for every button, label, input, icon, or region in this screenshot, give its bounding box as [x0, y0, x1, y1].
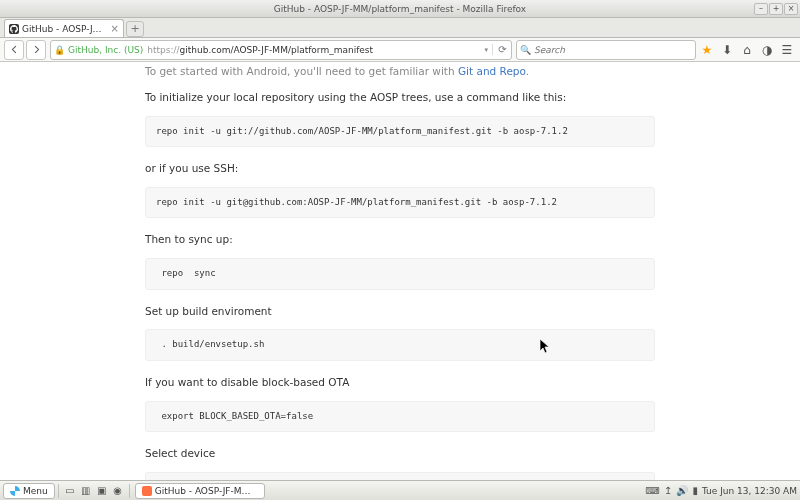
- device-text: Select device: [145, 446, 655, 462]
- intro-line: To get started with Android, you'll need…: [145, 64, 655, 80]
- close-button[interactable]: ×: [784, 3, 798, 15]
- taskbar-separator: [129, 484, 130, 498]
- code-init-ssh[interactable]: repo init -u git@github.com:AOSP-JF-MM/p…: [145, 187, 655, 219]
- url-protocol: https://: [147, 45, 179, 55]
- sync-text: Then to sync up:: [145, 232, 655, 248]
- keyboard-icon[interactable]: ⌨: [646, 485, 660, 496]
- navigation-toolbar: 🔒 GitHub, Inc. (US) https://github.com/A…: [0, 38, 800, 62]
- tab-strip: GitHub - AOSP-JF-MM/pla... × +: [0, 18, 800, 38]
- code-ota[interactable]: export BLOCK_BASED_OTA=false: [145, 401, 655, 433]
- browser-tab[interactable]: GitHub - AOSP-JF-MM/pla... ×: [4, 19, 124, 37]
- system-tray: ⌨ ↥ 🔊 ▮ Tue Jun 13, 12:30 AM: [646, 485, 797, 496]
- back-button[interactable]: [4, 40, 24, 60]
- tab-close-icon[interactable]: ×: [111, 23, 119, 34]
- browser-launcher-icon[interactable]: ◉: [110, 483, 126, 499]
- minimize-button[interactable]: –: [754, 3, 768, 15]
- search-bar[interactable]: 🔍: [516, 40, 696, 60]
- taskbar-separator: [58, 484, 59, 498]
- intro-text: To get started with Android, you'll need…: [145, 65, 458, 77]
- pocket-icon[interactable]: ◑: [758, 41, 776, 59]
- code-init-https[interactable]: repo init -u git://github.com/AOSP-JF-MM…: [145, 116, 655, 148]
- site-identity: GitHub, Inc. (US): [68, 45, 143, 55]
- clock[interactable]: Tue Jun 13, 12:30 AM: [702, 486, 797, 496]
- desktop-taskbar: Menu ▭ ▥ ▣ ◉ GitHub - AOSP-JF-MM/... ⌨ ↥…: [0, 480, 800, 500]
- show-desktop-icon[interactable]: ▭: [62, 483, 78, 499]
- task-label: GitHub - AOSP-JF-MM/...: [155, 486, 258, 496]
- network-icon[interactable]: ↥: [664, 485, 672, 496]
- init-text: To initialize your local repository usin…: [145, 90, 655, 106]
- url-bar[interactable]: 🔒 GitHub, Inc. (US) https://github.com/A…: [50, 40, 512, 60]
- home-icon[interactable]: ⌂: [738, 41, 756, 59]
- search-input[interactable]: [534, 45, 692, 55]
- volume-icon[interactable]: 🔊: [676, 485, 688, 496]
- window-titlebar: GitHub - AOSP-JF-MM/platform_manifest - …: [0, 0, 800, 18]
- ota-text: If you want to disable block-based OTA: [145, 375, 655, 391]
- bookmark-star-icon[interactable]: ★: [698, 41, 716, 59]
- menu-label: Menu: [23, 486, 48, 496]
- file-manager-icon[interactable]: ▥: [78, 483, 94, 499]
- env-text: Set up build enviroment: [145, 304, 655, 320]
- menu-icon[interactable]: ☰: [778, 41, 796, 59]
- start-menu-button[interactable]: Menu: [3, 483, 55, 499]
- lock-icon: 🔒: [54, 45, 65, 55]
- code-env[interactable]: . build/envsetup.sh: [145, 329, 655, 361]
- distro-logo-icon: [10, 486, 20, 496]
- new-tab-button[interactable]: +: [126, 21, 144, 37]
- ssh-text: or if you use SSH:: [145, 161, 655, 177]
- taskbar-window-button[interactable]: GitHub - AOSP-JF-MM/...: [135, 483, 265, 499]
- window-title: GitHub - AOSP-JF-MM/platform_manifest - …: [274, 4, 526, 14]
- readme-content: To get started with Android, you'll need…: [145, 62, 655, 480]
- firefox-task-icon: [142, 486, 152, 496]
- search-icon: 🔍: [520, 45, 531, 55]
- terminal-icon[interactable]: ▣: [94, 483, 110, 499]
- git-repo-link[interactable]: Git and Repo: [458, 65, 526, 77]
- forward-button[interactable]: [26, 40, 46, 60]
- reload-button[interactable]: ⟳: [492, 44, 508, 55]
- page-viewport: To get started with Android, you'll need…: [0, 62, 800, 480]
- downloads-icon[interactable]: ⬇: [718, 41, 736, 59]
- code-sync[interactable]: repo sync: [145, 258, 655, 290]
- github-favicon-icon: [9, 24, 19, 34]
- url-dropdown-icon[interactable]: ▾: [484, 46, 488, 54]
- battery-icon[interactable]: ▮: [692, 485, 698, 496]
- tab-label: GitHub - AOSP-JF-MM/pla...: [22, 24, 107, 34]
- code-lunch[interactable]: lunch: [145, 472, 655, 480]
- url-text: github.com/AOSP-JF-MM/platform_manifest: [180, 45, 374, 55]
- maximize-button[interactable]: +: [769, 3, 783, 15]
